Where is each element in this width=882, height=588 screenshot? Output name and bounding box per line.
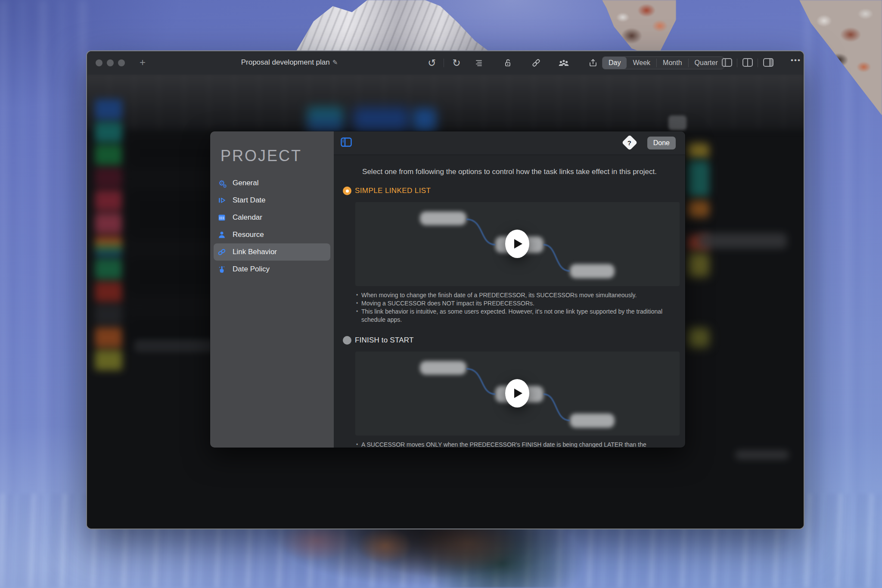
rock-ridge [602, 0, 676, 58]
sidebar-item-label: Date Policy [233, 265, 270, 274]
bullet: A SUCCESSOR moves ONLY when the PREDECES… [356, 441, 675, 448]
right-panel-icon [762, 57, 774, 68]
radio-simple-linked-list[interactable] [343, 187, 351, 195]
toggle-left-panel-button[interactable] [720, 57, 734, 69]
intro-text: Select one from following the options to… [338, 168, 681, 176]
sidebar-item-link-behavior[interactable]: Link Behavior [214, 243, 330, 261]
project-settings-dialog: PROJECT ⚙⚙ General Start Date [210, 131, 685, 448]
toolbar-divider [758, 59, 758, 67]
dialog-panel: ? Done Select one from following the opt… [334, 131, 685, 448]
close-button[interactable] [96, 59, 102, 66]
bullet: This link behavior is intuitive, as some… [356, 308, 675, 324]
video-preview-finish-to-start [355, 352, 680, 436]
sidebar-item-resource[interactable]: Resource [214, 226, 330, 243]
dialog-title: PROJECT [220, 147, 334, 165]
people-icon [558, 58, 569, 68]
video-preview-simple-linked-list [355, 202, 680, 286]
option-label: FINISH to START [355, 336, 414, 345]
gears-icon: ⚙⚙ [217, 178, 227, 188]
dialog-sidebar: PROJECT ⚙⚙ General Start Date [210, 131, 334, 448]
person-icon [217, 230, 227, 240]
new-tab-icon[interactable]: + [140, 57, 146, 68]
dialog-panel-header: ? Done [334, 131, 685, 155]
link-icon [531, 58, 541, 68]
view-mode-week[interactable]: Week [627, 57, 656, 69]
app-window: + Proposal development plan✎ ↺ ↻ [86, 50, 804, 529]
redo-button[interactable]: ↻ [450, 56, 463, 69]
help-button[interactable]: ? [622, 135, 638, 151]
titlebar: + Proposal development plan✎ ↺ ↻ [87, 51, 804, 75]
unlock-icon [503, 58, 513, 68]
view-mode-quarter[interactable]: Quarter [689, 57, 724, 69]
question-mark-icon: ? [627, 139, 631, 146]
sidebar-items: ⚙⚙ General Start Date [214, 174, 330, 278]
done-button[interactable]: Done [647, 137, 676, 149]
play-icon [514, 239, 522, 249]
sidebar-item-label: Calendar [233, 213, 262, 222]
collaborate-button[interactable] [557, 56, 570, 69]
dialog-panel-body: Select one from following the options to… [334, 155, 685, 448]
view-mode-day[interactable]: Day [602, 57, 627, 69]
play-button[interactable] [505, 230, 529, 258]
minimize-button[interactable] [107, 59, 114, 66]
middle-panel-icon [742, 57, 754, 68]
sidebar-item-start-date[interactable]: Start Date [214, 192, 330, 209]
lock-button[interactable] [501, 56, 514, 69]
more-button[interactable]: ••• [788, 56, 804, 65]
option-bullets: A SUCCESSOR moves ONLY when the PREDECES… [356, 441, 675, 448]
view-mode-month[interactable]: Month [657, 57, 688, 69]
sidebar-toggle-icon [341, 137, 352, 147]
sidebar-item-date-policy[interactable]: Date Policy [214, 261, 330, 278]
radio-finish-to-start[interactable] [343, 336, 351, 345]
tap-hand-icon [217, 264, 227, 274]
outline-button[interactable] [472, 56, 485, 69]
bullet: Moving a SUCCESSOR does NOT impact its P… [356, 299, 675, 308]
sidebar-item-label: General [233, 179, 258, 187]
sidebar-item-label: Resource [233, 230, 264, 239]
option-finish-to-start[interactable]: FINISH to START [343, 335, 685, 345]
share-button[interactable] [587, 56, 599, 69]
sidebar-toggle-button[interactable] [341, 137, 352, 148]
sidebar-item-general[interactable]: ⚙⚙ General [214, 174, 330, 192]
sidebar-item-calendar[interactable]: Calendar [214, 209, 330, 226]
link-button[interactable] [530, 56, 543, 69]
outline-icon [474, 58, 484, 68]
traffic-lights [96, 59, 125, 66]
option-simple-linked-list[interactable]: SIMPLE LINKED LIST [343, 186, 685, 196]
undo-button[interactable]: ↺ [425, 56, 438, 69]
zoom-button[interactable] [118, 59, 125, 66]
toolbar-divider [444, 59, 444, 67]
play-icon [514, 389, 522, 398]
edit-title-icon[interactable]: ✎ [332, 59, 338, 66]
chain-link-icon [217, 247, 227, 257]
start-play-icon [217, 196, 227, 205]
option-bullets: When moving to change the finish date of… [356, 291, 675, 324]
sidebar-item-label: Link Behavior [233, 248, 277, 256]
calendar-icon [217, 213, 227, 222]
left-panel-icon [721, 57, 733, 68]
sidebar-item-label: Start Date [233, 196, 266, 205]
toggle-middle-panel-button[interactable] [741, 57, 755, 69]
rock-reflection [254, 527, 599, 588]
bullet: When moving to change the finish date of… [356, 291, 675, 299]
rock-spire [296, 0, 488, 51]
toggle-right-panel-button[interactable] [761, 57, 775, 69]
view-mode-segmented-control: Day Week Month Quarter [602, 56, 724, 69]
option-label: SIMPLE LINKED LIST [355, 187, 431, 195]
window-title: Proposal development plan✎ [220, 58, 358, 67]
play-button[interactable] [505, 379, 529, 408]
share-icon [588, 58, 598, 68]
toolbar-divider [737, 59, 737, 67]
